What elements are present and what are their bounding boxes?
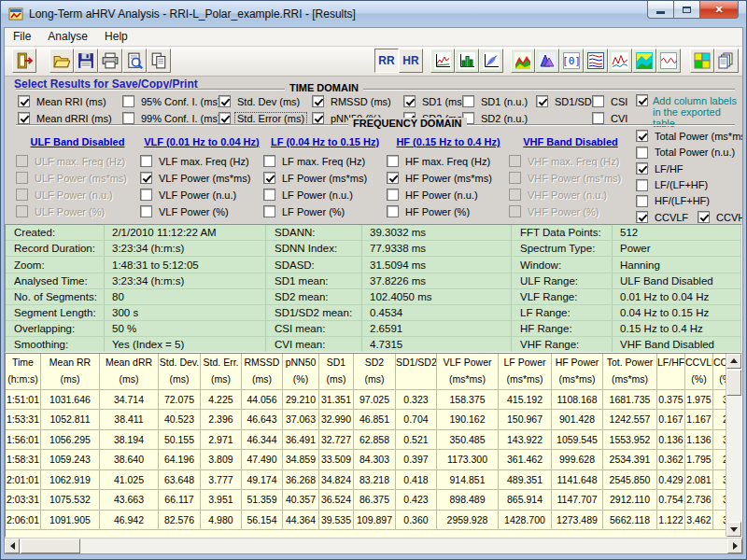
band-link-hf-0-15-hz-to-0-4-hz[interactable]: HF (0.15 Hz to 0.4 Hz) — [387, 136, 510, 153]
table-row[interactable]: 1:53:311052.81138.41140.5232.39646.64337… — [6, 410, 726, 430]
table-row[interactable]: 1:51:011031.64634.71472.0754.22544.05629… — [6, 390, 726, 411]
rri-line-button[interactable] — [656, 49, 681, 73]
checkbox-pnn50[interactable] — [312, 112, 324, 124]
scroll-down-button[interactable] — [726, 522, 741, 537]
horizontal-scrollbar[interactable] — [5, 538, 742, 553]
checkbox-lf-power-ms-ms[interactable] — [263, 172, 275, 184]
vscroll-thumb[interactable] — [726, 370, 741, 396]
table-cell: 34.714 — [100, 390, 159, 411]
checkbox-csi[interactable] — [592, 95, 604, 107]
checkbox-mean-rri-ms[interactable] — [18, 95, 30, 107]
fft-button[interactable]: [0] — [559, 49, 584, 73]
checkbox-sd1-n-u[interactable] — [462, 95, 474, 107]
checkbox-lf-max-freq-hz[interactable] — [263, 155, 275, 167]
minimize-button[interactable] — [647, 1, 674, 19]
checkbox-vlf-power-ms-ms[interactable] — [140, 172, 152, 184]
info-label-analysed-time: Analysed Time: — [6, 273, 105, 289]
window-controls: ✕ — [647, 1, 739, 19]
band-link-lf-0-04-hz-to-0-15-hz[interactable]: LF (0.04 Hz to 0.15 Hz) — [263, 136, 387, 153]
hscroll-thumb[interactable] — [21, 539, 80, 553]
option-mean-rri-ms: Mean RRI (ms) — [18, 94, 108, 109]
checkbox-total-power-n-u[interactable] — [636, 147, 648, 159]
histogram-3d-button[interactable] — [455, 49, 479, 73]
maximize-button[interactable] — [674, 1, 699, 19]
checkbox-sd1-ms[interactable] — [403, 95, 416, 107]
save-button[interactable] — [74, 49, 98, 73]
checkbox-cvi[interactable] — [592, 112, 604, 124]
table-cell: 32.990 — [319, 410, 354, 430]
menu-analyse[interactable]: Analyse — [39, 28, 96, 45]
checkbox-lf-power-n-u[interactable] — [263, 189, 275, 201]
spectra-3d-button[interactable] — [511, 49, 535, 73]
table-cell: 1059.545 — [552, 430, 603, 451]
option-label: CCVHF — [714, 212, 742, 223]
band-link-ulf-band-disabled[interactable]: ULF Band Disabled — [16, 136, 139, 153]
checkbox-add-column-labels[interactable] — [636, 94, 648, 106]
option-label: ULF Power (n.u.) — [33, 189, 115, 201]
checkbox-rmssd-ms[interactable] — [312, 95, 324, 107]
checkbox-vlf-power[interactable] — [140, 205, 152, 217]
extras-row: Total Power (ms*ms) — [636, 129, 742, 145]
table-row[interactable]: 2:03:311075.53243.66366.1173.95151.35940… — [6, 490, 726, 511]
open-button[interactable] — [49, 49, 74, 73]
scroll-left-button[interactable] — [5, 539, 20, 553]
checkbox-total-power-ms-ms[interactable] — [636, 130, 648, 142]
info-label-segment-length: Segment Length: — [6, 305, 105, 321]
column-unit-rmssd: (ms) — [242, 371, 283, 390]
quad-view-button[interactable] — [690, 49, 714, 73]
print-preview-button[interactable] — [122, 49, 147, 73]
table-row[interactable]: 2:01:011062.91941.02563.6483.77749.17436… — [6, 470, 726, 491]
checkbox-hf-max-freq-hz[interactable] — [387, 155, 399, 167]
checkbox-ccvlf[interactable] — [636, 211, 648, 223]
band-link-vlf-0-01-hz-to-0-04-hz[interactable]: VLF (0.01 Hz to 0.04 Hz) — [140, 136, 263, 153]
scroll-right-button[interactable] — [727, 539, 742, 553]
print-button[interactable] — [98, 49, 122, 73]
option-vlf-power: VLF Power (%) — [140, 203, 263, 220]
checkbox-hf-power[interactable] — [387, 205, 399, 217]
checkbox-lf-power[interactable] — [263, 205, 275, 217]
poincare-button[interactable] — [479, 49, 503, 73]
close-button[interactable]: ✕ — [699, 1, 739, 19]
table-cell: 1273.489 — [552, 511, 603, 531]
checkbox-95-conf-i-ms[interactable] — [122, 95, 134, 107]
rri-line-icon — [660, 52, 677, 69]
checkbox-sd1-sd2[interactable] — [536, 95, 548, 107]
spectrum-button[interactable] — [608, 49, 632, 73]
checkbox-hf-power-ms-ms[interactable] — [387, 172, 399, 184]
checkbox-ccvhf[interactable] — [698, 211, 710, 223]
info-value-sd2-mean: 102.4050 ms — [362, 289, 512, 305]
table-row[interactable]: 1:58:311059.24338.64064.1963.80947.49034… — [6, 450, 726, 470]
exit-button[interactable] — [12, 49, 36, 73]
rr-tachogram-button[interactable] — [430, 49, 455, 73]
compressed-spectra-button[interactable] — [584, 49, 608, 73]
table-row[interactable]: 2:06:011091.90546.94282.5764.98056.15444… — [6, 511, 726, 531]
surface-button[interactable] — [632, 49, 656, 73]
scroll-up-button[interactable] — [726, 354, 741, 369]
table-cell: 3.777 — [201, 470, 242, 491]
copy-button[interactable] — [147, 49, 171, 73]
checkbox-vlf-max-freq-hz[interactable] — [140, 155, 152, 167]
waterfall-3d-button[interactable] — [535, 49, 559, 73]
option-label: VHF Power (n.u.) — [526, 189, 609, 201]
checkbox-std-dev-ms[interactable] — [218, 95, 231, 107]
checkbox-vlf-power-n-u[interactable] — [140, 189, 152, 201]
report-button[interactable] — [714, 49, 739, 73]
menu-file[interactable]: File — [5, 28, 39, 45]
vertical-scrollbar[interactable] — [726, 354, 741, 537]
table-cell: 40.523 — [159, 410, 201, 430]
checkbox-hf-power-n-u[interactable] — [387, 189, 399, 201]
table-cell: 1173.300 — [437, 450, 499, 470]
checkbox-std-error-ms[interactable] — [218, 112, 231, 124]
info-label-spectrum-type: Spectrum Type: — [512, 241, 613, 257]
table-row[interactable]: 1:56:011056.29538.19450.1552.97146.34436… — [6, 430, 726, 451]
checkbox-lf-hf[interactable] — [636, 162, 648, 175]
menu-help[interactable]: Help — [96, 28, 136, 45]
app-window: Long-Term aHRV Analysis - RRI-L_Polar_ex… — [0, 0, 747, 560]
checkbox-99-conf-i-ms[interactable] — [122, 112, 134, 124]
hr-display-button[interactable]: HR — [399, 49, 423, 73]
band-link-vhf-band-disabled[interactable]: VHF Band Disabled — [509, 136, 632, 153]
checkbox-lf-lf-hf[interactable] — [636, 179, 648, 191]
checkbox-hf-lf-hf[interactable] — [636, 195, 648, 207]
checkbox-mean-drri-ms[interactable] — [18, 112, 30, 124]
rr-display-button[interactable]: RR — [374, 49, 399, 73]
